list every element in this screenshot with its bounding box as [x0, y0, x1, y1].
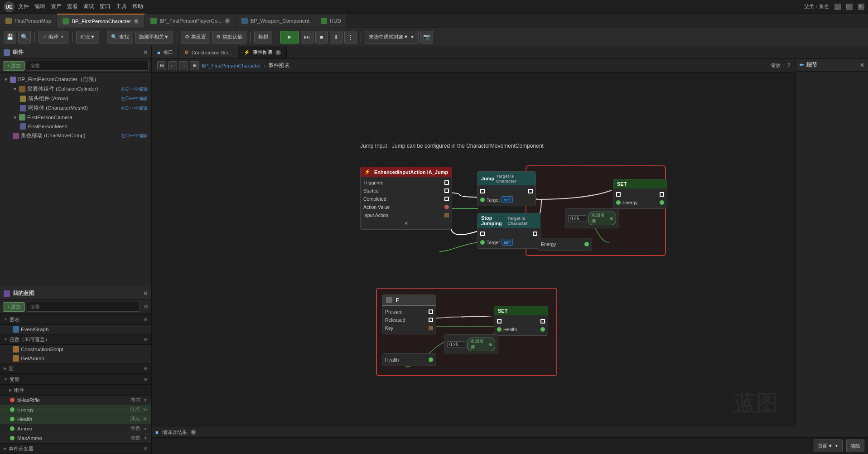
variables-section[interactable]: ▼ 变量 ⊕: [0, 374, 151, 385]
stop-exec-out[interactable]: [533, 232, 537, 236]
set-exec-in[interactable]: [616, 192, 621, 197]
set-energy-in[interactable]: [616, 200, 621, 205]
f-released-out[interactable]: [429, 318, 433, 322]
components-subsection[interactable]: ▶ 组件: [0, 385, 151, 396]
nav-grid-button[interactable]: ⊞: [190, 61, 199, 70]
event-dispatchers-section[interactable]: ▶ 事件分发器 ⊕: [0, 443, 151, 454]
bhasrifle-expand[interactable]: ▼: [143, 398, 148, 403]
component-search-input[interactable]: [27, 61, 149, 71]
node-jump[interactable]: Jump Target is Character Target self: [477, 171, 536, 206]
compiler-close-button[interactable]: ✕: [191, 430, 196, 435]
canvas-tab-viewport[interactable]: ■ 视口: [152, 46, 179, 58]
tree-capsule[interactable]: ▼ 胶囊体组件 (CollisionCylinder) 在C++中编辑: [0, 84, 151, 94]
tree-camera[interactable]: ▼ FirstPersonCamera: [0, 113, 151, 122]
find-button[interactable]: 🔍 查找: [107, 31, 133, 43]
blueprints-close[interactable]: ✕: [143, 290, 148, 297]
add-health-ref-button[interactable]: 添加引脚 ⊕: [467, 338, 495, 351]
hide-unrelated-button[interactable]: 隐藏不相关▼: [135, 31, 173, 43]
add-health-input[interactable]: [447, 341, 465, 348]
jump-exec-in[interactable]: [480, 189, 485, 193]
minimize-button[interactable]: _: [834, 4, 841, 10]
page-dropdown[interactable]: 页面▼ ▼: [814, 440, 843, 452]
set-health-in[interactable]: [497, 327, 502, 332]
menu-asset[interactable]: 资产: [51, 3, 62, 10]
variables-settings-icon[interactable]: ⊕: [144, 377, 148, 382]
menu-edit[interactable]: 编辑: [34, 3, 45, 10]
add-value-input[interactable]: [568, 215, 586, 222]
event-graph-tab-close[interactable]: ✕: [275, 50, 281, 55]
more-button[interactable]: ⋮: [344, 31, 357, 43]
menu-tools[interactable]: 工具: [116, 3, 127, 10]
simulate-button[interactable]: 模拟: [254, 31, 272, 43]
stop-button[interactable]: ■: [315, 31, 328, 43]
health-var-out[interactable]: [429, 357, 433, 362]
jump-exec-out[interactable]: [528, 189, 533, 193]
tree-constructscript[interactable]: ConstructionScript: [0, 345, 151, 354]
save-button[interactable]: 💾: [4, 31, 16, 43]
pin-started-out[interactable]: [444, 188, 449, 193]
var-health[interactable]: Health 浮点 👁: [0, 415, 151, 424]
set-energy-out[interactable]: [660, 200, 664, 205]
breadcrumb-class[interactable]: BP_FirstPersonCharacter: [202, 63, 261, 68]
macros-section[interactable]: ▶ 宏 ⊕: [0, 363, 151, 374]
details-close[interactable]: ✕: [860, 62, 864, 68]
menu-file[interactable]: 文件: [18, 3, 29, 10]
pin-completed-out[interactable]: [444, 197, 449, 201]
skip-button[interactable]: ⏭: [301, 31, 313, 43]
tab-close-character[interactable]: ✕: [134, 19, 139, 24]
diff-button[interactable]: 对比▼: [76, 31, 99, 43]
functions-section[interactable]: ▼ 函数（35可覆盖） ⊕: [0, 334, 151, 345]
ammo-expand[interactable]: ▼: [143, 426, 148, 431]
nav-home-button[interactable]: ⊞: [157, 61, 166, 70]
tree-root[interactable]: ▼ BP_FirstPersonCharacter（自我）: [0, 75, 151, 84]
compile-button[interactable]: ✓ 编译 ▼: [39, 31, 68, 43]
pause-button[interactable]: ⏸: [330, 31, 342, 43]
add-component-button[interactable]: + 添加: [3, 61, 25, 71]
graph-section[interactable]: ▼ 图表 ⊕: [0, 314, 151, 325]
macros-settings-icon[interactable]: ⊕: [144, 366, 148, 372]
node-f-input[interactable]: F Pressed Released Key: [382, 295, 436, 334]
menu-bar[interactable]: 文件 编辑 资产 查看 调试 窗口 工具 帮助: [18, 3, 143, 10]
tree-fp-mesh[interactable]: FirstPersonMesh: [0, 122, 151, 131]
expand-icon[interactable]: ▼: [404, 221, 408, 226]
blueprint-settings-icon[interactable]: ⚙: [144, 304, 149, 310]
menu-debug[interactable]: 调试: [83, 3, 94, 10]
node-energy-var[interactable]: Energy: [538, 238, 592, 251]
debug-target-dropdown[interactable]: 未选中调试对象▼ ▼: [365, 31, 419, 43]
class-defaults-button[interactable]: ⚙ 类默认值: [212, 31, 246, 43]
pin-triggered-out[interactable]: [444, 180, 449, 185]
stop-exec-in[interactable]: [480, 232, 485, 236]
node-add-energy[interactable]: 添加引脚 ⊕: [565, 208, 619, 228]
tree-movement[interactable]: 角色移动 (CharMoveComp) 在C++中编辑: [0, 131, 151, 140]
class-settings-button[interactable]: ⚙ 类设置: [181, 31, 210, 43]
node-add-health[interactable]: 添加引脚 ⊕: [444, 334, 498, 354]
close-button[interactable]: ✕: [858, 4, 864, 10]
tab-bp-weapon[interactable]: BP_Weapon_Component: [236, 14, 315, 28]
var-energy[interactable]: Energy 浮点 👁: [0, 405, 151, 415]
menu-help[interactable]: 帮助: [132, 3, 143, 10]
functions-settings-icon[interactable]: ⊕: [144, 337, 148, 343]
canvas-tab-construction[interactable]: ⚙ Construction Scr...: [179, 46, 238, 58]
maxammo-expand[interactable]: ▼: [143, 436, 148, 441]
camera-button[interactable]: 📷: [420, 31, 433, 43]
set-health-exec-out[interactable]: [540, 319, 545, 324]
nav-forward-button[interactable]: →: [179, 61, 188, 70]
node-health-var[interactable]: Health: [382, 353, 436, 366]
menu-view[interactable]: 查看: [67, 3, 78, 10]
blueprint-canvas[interactable]: ⊞ ← → ⊞ BP_FirstPersonCharacter › 事件图表 缩…: [152, 59, 796, 427]
tree-eventgraph[interactable]: EventGraph: [0, 325, 151, 334]
set-health-out[interactable]: [540, 327, 545, 332]
add-blueprint-button[interactable]: + 添加: [3, 302, 25, 312]
clear-button[interactable]: 清除: [846, 440, 864, 452]
node-stop-jumping[interactable]: Stop Jumping Target is Character Target …: [477, 213, 540, 249]
var-ammo[interactable]: Ammo 整数 ▼: [0, 424, 151, 434]
maximize-button[interactable]: □: [846, 4, 853, 10]
tab-bp-playerco[interactable]: BP_FirstPersonPlayerCo... ✕: [145, 14, 236, 28]
var-maxammo[interactable]: MaxAmmo 整数 ▼: [0, 434, 151, 443]
jump-target-in[interactable]: [480, 198, 485, 202]
play-button[interactable]: ▶: [280, 31, 299, 43]
node-input-jump[interactable]: ⚡ EnhancedInputAction IA_Jump Triggered …: [360, 167, 452, 230]
blueprint-search-input[interactable]: [27, 302, 140, 312]
tab-close-playerco[interactable]: ✕: [225, 18, 230, 24]
menu-window[interactable]: 窗口: [100, 3, 111, 10]
